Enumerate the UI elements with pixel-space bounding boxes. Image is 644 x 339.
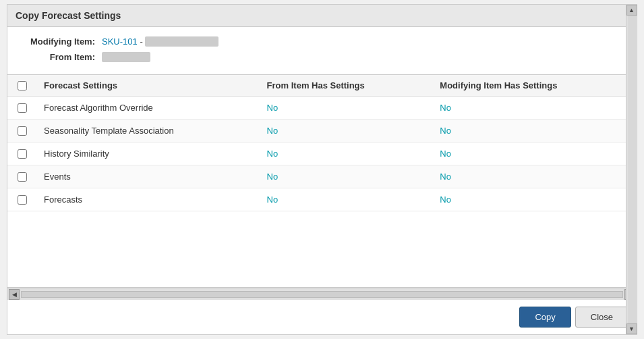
from-item-label: From Item: xyxy=(21,52,95,62)
modifying-item-has-settings-value: No xyxy=(433,142,637,165)
footer-buttons: Copy Close xyxy=(7,300,637,334)
header-modifying-item-has-settings: Modifying Item Has Settings xyxy=(433,75,637,97)
copy-button[interactable]: Copy xyxy=(519,307,570,328)
header-checkbox-col xyxy=(7,75,37,97)
modifying-item-blurred xyxy=(145,36,218,47)
forecast-setting-name: History Similarity xyxy=(37,142,260,165)
row-checkbox-3[interactable] xyxy=(18,172,27,182)
from-item-value xyxy=(102,52,150,62)
info-section: Modifying Item: SKU-101 - From Item: xyxy=(7,27,637,74)
row-checkbox-4[interactable] xyxy=(18,195,27,205)
row-checkbox-cell[interactable] xyxy=(7,188,37,211)
select-all-checkbox[interactable] xyxy=(18,81,27,90)
table-row: EventsNoNo xyxy=(7,165,637,188)
modifying-item-link[interactable]: SKU-101 xyxy=(102,36,138,47)
table-body: Forecast Algorithm OverrideNoNoSeasonali… xyxy=(7,97,637,211)
modifying-item-row: Modifying Item: SKU-101 - xyxy=(21,36,623,47)
row-checkbox-1[interactable] xyxy=(18,126,27,136)
forecast-setting-name: Events xyxy=(37,165,260,188)
dialog-title: Copy Forecast Settings xyxy=(16,10,121,21)
scroll-down-arrow[interactable]: ▼ xyxy=(626,323,637,334)
row-checkbox-cell[interactable] xyxy=(7,97,37,120)
checkbox-wrapper[interactable] xyxy=(14,103,30,113)
forecast-setting-name: Seasonality Template Association xyxy=(37,120,260,142)
dialog-container: Copy Forecast Settings Modifying Item: S… xyxy=(7,4,637,335)
from-item-has-settings-value: No xyxy=(260,165,434,188)
scroll-up-arrow[interactable]: ▲ xyxy=(626,5,637,16)
header-from-item-has-settings: From Item Has Settings xyxy=(260,75,434,97)
dialog-body: Modifying Item: SKU-101 - From Item: xyxy=(7,27,637,334)
checkbox-wrapper[interactable] xyxy=(14,149,30,159)
from-item-has-settings-value: No xyxy=(260,97,434,120)
from-item-blurred xyxy=(102,52,150,62)
modifying-item-has-settings-value: No xyxy=(433,97,637,120)
checkbox-wrapper[interactable] xyxy=(14,126,30,136)
select-all-checkbox-cell[interactable] xyxy=(14,81,30,90)
modifying-item-has-settings-value: No xyxy=(433,188,637,211)
horizontal-scrollbar[interactable]: ◀ ▶ xyxy=(7,288,637,300)
forecast-settings-table: Forecast Settings From Item Has Settings… xyxy=(7,75,637,211)
modifying-item-has-settings-value: No xyxy=(433,120,637,142)
checkbox-wrapper[interactable] xyxy=(14,195,30,205)
scroll-track[interactable] xyxy=(21,291,623,298)
row-checkbox-0[interactable] xyxy=(18,103,27,113)
row-checkbox-cell[interactable] xyxy=(7,120,37,142)
modifying-item-has-settings-value: No xyxy=(433,165,637,188)
from-item-has-settings-value: No xyxy=(260,120,434,142)
table-row: Seasonality Template AssociationNoNo xyxy=(7,120,637,142)
row-checkbox-cell[interactable] xyxy=(7,165,37,188)
from-item-has-settings-value: No xyxy=(260,188,434,211)
vertical-scrollbar[interactable]: ▲ ▼ xyxy=(626,5,637,334)
close-button[interactable]: Close xyxy=(575,307,628,328)
from-item-has-settings-value: No xyxy=(260,142,434,165)
modifying-item-label: Modifying Item: xyxy=(21,36,95,47)
header-forecast-settings: Forecast Settings xyxy=(37,75,260,97)
from-item-row: From Item: xyxy=(21,52,623,62)
table-row: Forecast Algorithm OverrideNoNo xyxy=(7,97,637,120)
dialog-title-bar: Copy Forecast Settings xyxy=(7,5,637,27)
vscroll-track[interactable] xyxy=(628,16,636,323)
forecast-setting-name: Forecasts xyxy=(37,188,260,211)
forecast-setting-name: Forecast Algorithm Override xyxy=(37,97,260,120)
modifying-item-value: SKU-101 - xyxy=(102,36,218,47)
row-checkbox-2[interactable] xyxy=(18,149,27,159)
scroll-left-arrow[interactable]: ◀ xyxy=(9,289,20,300)
table-header-row: Forecast Settings From Item Has Settings… xyxy=(7,75,637,97)
table-row: ForecastsNoNo xyxy=(7,188,637,211)
checkbox-wrapper[interactable] xyxy=(14,172,30,182)
forecast-settings-table-container: Forecast Settings From Item Has Settings… xyxy=(7,74,637,288)
table-row: History SimilarityNoNo xyxy=(7,142,637,165)
row-checkbox-cell[interactable] xyxy=(7,142,37,165)
modifying-item-separator: - xyxy=(140,36,145,47)
